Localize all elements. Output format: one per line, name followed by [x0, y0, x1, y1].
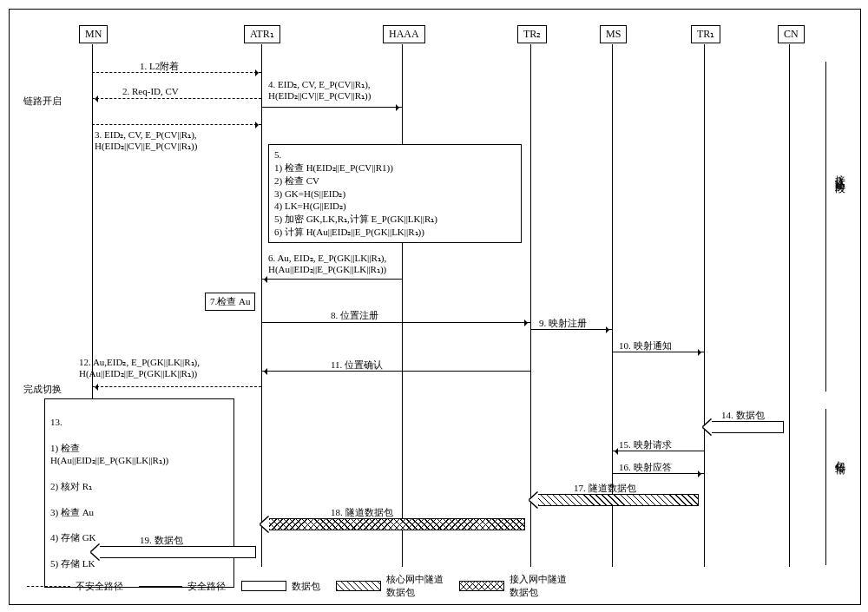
label-handover-done: 完成切换 — [23, 383, 62, 396]
actor-mn: MN — [79, 25, 108, 43]
actor-tr1: TR₁ — [691, 25, 720, 43]
sequence-diagram: MN ATR₁ HAAA TR₂ MS TR₁ CN 链路开启 完成切换 接入认… — [9, 9, 861, 605]
arrow-6 — [261, 279, 402, 280]
arrow-8 — [261, 322, 530, 323]
msg-19: 19. 数据包 — [140, 534, 183, 547]
box13-l5: 5) 存储 LK — [50, 557, 228, 570]
legend-access-tunnel: 接入网中隧道 数据包 — [459, 573, 567, 599]
arrow-17 — [537, 494, 699, 506]
msg-11: 11. 位置确认 — [331, 359, 383, 372]
box5-l5: 5) 加密 GK,LK,R₁,计算 E_P(GK||LK||R₁) — [274, 213, 516, 226]
actor-haaa: HAAA — [383, 25, 425, 43]
arrow-2 — [92, 98, 261, 99]
brace-auth — [825, 62, 826, 392]
lifeline-cn — [789, 44, 790, 567]
legend-insecure: 不安全路径 — [27, 580, 123, 593]
legend-core-tunnel: 核心网中隧道 数据包 — [336, 573, 444, 599]
msg-12: 12. Au,EID₂, E_P(GK||LK||R₁), H(Au||EID₂… — [79, 357, 200, 379]
msg-8: 8. 位置注册 — [331, 309, 378, 322]
box5-l4: 4) LK=H(G||EID₂) — [274, 200, 516, 213]
msg-6: 6. Au, EID₂, E_P(GK||LK||R₁), H(Au||EID₂… — [268, 253, 386, 275]
actor-cn: CN — [778, 25, 805, 43]
arrow-9 — [530, 329, 612, 330]
box13-l1: 1) 检查 H(Au||EID₂||E_P(GK||LK||R₁)) — [50, 442, 228, 468]
lifeline-tr1 — [704, 44, 705, 567]
legend: 不安全路径 安全路径 数据包 核心网中隧道 数据包 接入网中隧道 数据包 — [27, 573, 843, 599]
legend-secure: 安全路径 — [139, 580, 226, 593]
msg-4: 4. EID₂, CV, E_P(CV||R₁), H(EID₂||CV||E_… — [268, 79, 371, 102]
phase-pkt: 包传输 — [832, 452, 847, 457]
box13-title: 13. — [50, 416, 228, 429]
lifeline-tr2 — [530, 44, 531, 567]
box13-l2: 2) 核对 R₁ — [50, 480, 228, 493]
label-link-start: 链路开启 — [23, 95, 62, 108]
arrow-16 — [612, 473, 704, 474]
process-box-7: 7.检查 Au — [205, 293, 255, 311]
lifeline-haaa — [402, 44, 403, 567]
msg-16: 16. 映射应答 — [619, 461, 672, 474]
box5-l3: 3) GK=H(S||EID₂) — [274, 188, 516, 201]
process-box-5: 5. 1) 检查 H(EID₂||E_P(CV||R1)) 2) 检查 CV 3… — [268, 144, 522, 243]
box5-l6: 6) 计算 H(Au||EID₂||E_P(GK||LK||R₁)) — [274, 226, 516, 239]
process-box-13: 13. 1) 检查 H(Au||EID₂||E_P(GK||LK||R₁)) 2… — [44, 398, 234, 588]
box5-title: 5. — [274, 148, 516, 161]
msg-17: 17. 隧道数据包 — [574, 482, 636, 495]
arrow-18 — [268, 518, 525, 530]
arrow-19 — [99, 546, 256, 558]
arrow-11 — [261, 371, 530, 372]
msg-1: 1. L2附着 — [140, 60, 179, 73]
actor-tr2: TR₂ — [517, 25, 547, 43]
arrow-1 — [92, 72, 261, 73]
box5-l2: 2) 检查 CV — [274, 174, 516, 188]
msg-14: 14. 数据包 — [721, 409, 765, 422]
actor-atr1: ATR₁ — [244, 25, 280, 43]
arrow-15 — [612, 451, 704, 451]
arrow-4 — [261, 107, 402, 108]
msg-18: 18. 隧道数据包 — [331, 506, 393, 519]
msg-10: 10. 映射通知 — [619, 339, 672, 352]
arrow-3 — [92, 124, 261, 125]
phase-auth: 接入认证阶段 — [832, 166, 847, 176]
arrow-14 — [711, 421, 784, 433]
msg-15: 15. 映射请求 — [619, 438, 672, 451]
msg-9: 9. 映射注册 — [539, 317, 587, 330]
legend-packet: 数据包 — [241, 580, 320, 593]
box5-l1: 1) 检查 H(EID₂||E_P(CV||R1)) — [274, 161, 516, 174]
brace-pkt — [825, 409, 826, 565]
arrow-10 — [612, 352, 704, 352]
msg-2: 2. Req-ID, CV — [122, 86, 179, 96]
actor-ms: MS — [600, 25, 627, 43]
msg-3: 3. EID₂, CV, E_P(CV||R₁), H(EID₂||CV||E_… — [95, 129, 197, 152]
box13-l3: 3) 检查 Au — [50, 506, 228, 519]
arrow-12 — [92, 386, 261, 387]
